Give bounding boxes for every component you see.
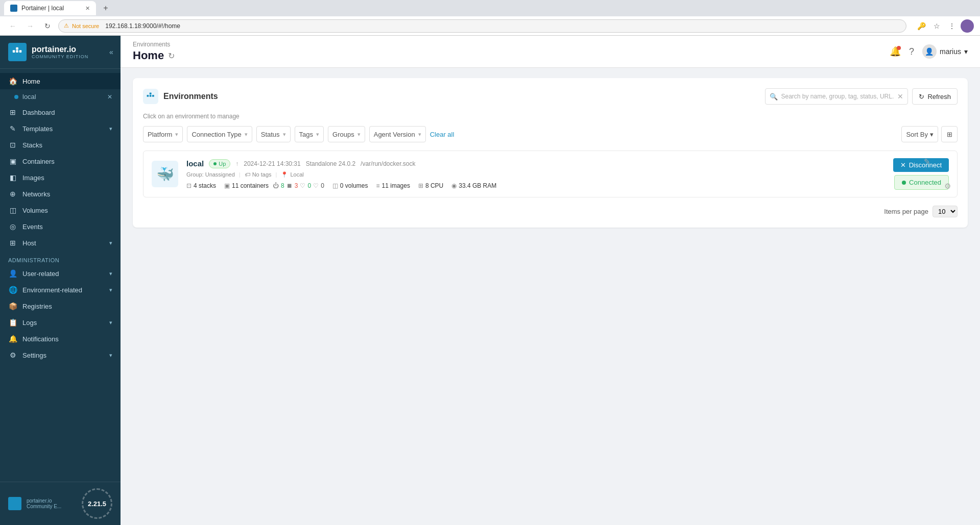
clear-all-btn[interactable]: Clear all — [430, 131, 455, 138]
sidebar-logo-sub: Community Edition — [32, 54, 88, 59]
search-box: 🔍 ✕ — [765, 88, 908, 105]
admin-section-label: Administration — [0, 251, 121, 265]
disconnect-icon: ✕ — [900, 161, 906, 169]
sidebar-item-host[interactable]: ⊞ Host ▾ — [0, 235, 121, 251]
env-group-label: Group: Unassigned — [186, 171, 235, 178]
items-per-page-select[interactable]: 10 25 50 — [933, 206, 958, 217]
sidebar-item-user-related[interactable]: 👤 User-related ▾ — [0, 265, 121, 282]
stopped-count: 3 — [295, 182, 298, 189]
containers-stat-val: 11 containers — [232, 182, 269, 189]
sidebar-collapse-btn[interactable]: « — [106, 47, 116, 57]
refresh-btn[interactable]: ↻ Refresh — [912, 88, 958, 105]
cpu-stat-icon: ⊞ — [418, 182, 423, 189]
env-status-badge: Up — [209, 159, 230, 168]
sidebar-item-label-events: Events — [22, 223, 112, 231]
main-content: Environments Home ↻ 🔔 ? 👤 marius ▾ — [121, 36, 980, 525]
stat-containers: ▣ 11 containers ⏻ 8 ⏹ 3 ♡ 0 ♡ 0 — [224, 182, 324, 189]
reload-btn[interactable]: ↻ — [41, 19, 54, 33]
forward-btn[interactable]: → — [23, 19, 37, 33]
sidebar-item-templates[interactable]: ✎ Templates ▾ — [0, 120, 121, 137]
sidebar-item-registries[interactable]: 📦 Registries — [0, 298, 121, 314]
refresh-btn-icon: ↻ — [919, 93, 924, 101]
sidebar-item-label-host: Host — [22, 239, 104, 247]
sort-by-btn[interactable]: Sort By ▾ — [901, 126, 938, 142]
env-dot — [14, 95, 18, 99]
env-logo: 🐳 — [152, 161, 178, 187]
env-row[interactable]: 🐳 local Up ↑ 2024-12-21 14:30:31 Standal… — [143, 151, 958, 197]
env-local-tag: 📍 Local — [281, 171, 303, 178]
env-timestamp: 2024-12-21 14:30:31 — [244, 160, 300, 167]
key-icon-btn[interactable]: 🔑 — [915, 19, 928, 33]
browser-profile-btn[interactable] — [961, 19, 974, 33]
tab-close-btn[interactable]: ✕ — [85, 5, 90, 12]
agent-version-chevron: ▾ — [418, 131, 421, 138]
notifications-bell-btn[interactable]: 🔔 — [890, 46, 901, 57]
sidebar-item-events[interactable]: ◎ Events — [0, 218, 121, 235]
menu-btn[interactable]: ⋮ — [945, 19, 959, 33]
sidebar-env-local[interactable]: local ✕ — [0, 89, 121, 104]
sidebar-item-containers[interactable]: ▣ Containers — [0, 153, 121, 169]
env-stats-row: ⊡ 4 stacks ▣ 11 containers ⏻ 8 ⏹ 3 ♡ — [186, 182, 885, 189]
sidebar-item-label-notifications: Notifications — [22, 335, 112, 343]
back-btn[interactable]: ← — [6, 19, 19, 33]
sidebar-header: portainer.io Community Edition « — [0, 36, 121, 69]
disconnect-btn[interactable]: ✕ Disconnect — [893, 158, 949, 172]
browser-tab[interactable]: Portainer | local ✕ — [4, 1, 96, 15]
main-body: Environments 🔍 ✕ ↻ Refresh — [121, 68, 980, 238]
env-edit-btn[interactable]: ✎ — [924, 157, 930, 166]
sidebar-item-images[interactable]: ◧ Images — [0, 169, 121, 186]
page-refresh-icon[interactable]: ↻ — [168, 51, 175, 61]
security-icon: ⚠ — [64, 22, 69, 29]
sidebar-item-label-containers: Containers — [22, 158, 112, 165]
sidebar-item-label-user-related: User-related — [22, 270, 104, 278]
env-settings-btn[interactable]: ⚙ — [944, 182, 951, 191]
search-clear-btn[interactable]: ✕ — [897, 92, 903, 101]
sidebar-item-label-logs: Logs — [22, 319, 104, 327]
bookmark-btn[interactable]: ☆ — [930, 19, 943, 33]
sidebar-item-home[interactable]: 🏠 Home — [0, 73, 121, 89]
url-text: 192.168.1.18:9000/#!/home — [105, 22, 180, 30]
sidebar-nav: 🏠 Home local ✕ ⊞ Dashboard ✎ Templates ▾… — [0, 69, 121, 482]
sidebar-item-networks[interactable]: ⊕ Networks — [0, 186, 121, 202]
sidebar-item-settings[interactable]: ⚙ Settings ▾ — [0, 347, 121, 363]
search-input[interactable] — [781, 93, 894, 100]
tags-filter[interactable]: Tags ▾ — [295, 126, 324, 142]
env-related-arrow: ▾ — [109, 287, 112, 293]
not-secure-label: Not secure — [72, 23, 99, 29]
running-count: 8 — [281, 182, 284, 189]
sidebar-item-volumes[interactable]: ◫ Volumes — [0, 202, 121, 218]
host-arrow: ▾ — [109, 240, 112, 246]
sidebar-env-close[interactable]: ✕ — [107, 93, 112, 101]
sidebar-item-notifications[interactable]: 🔔 Notifications — [0, 331, 121, 347]
platform-filter[interactable]: Platform ▾ — [143, 126, 183, 142]
groups-filter[interactable]: Groups ▾ — [328, 126, 365, 142]
user-menu-btn[interactable]: 👤 marius ▾ — [922, 44, 968, 59]
new-tab-btn[interactable]: + — [99, 2, 112, 15]
pagination-row: Items per page 10 25 50 — [143, 206, 958, 217]
sidebar-item-dashboard[interactable]: ⊞ Dashboard — [0, 104, 121, 120]
environments-header: Environments 🔍 ✕ ↻ Refresh — [143, 88, 958, 105]
env-name-row: local Up ↑ 2024-12-21 14:30:31 Standalon… — [186, 159, 885, 168]
env-name: local — [186, 159, 204, 168]
sidebar-item-environment-related[interactable]: 🌐 Environment-related ▾ — [0, 282, 121, 298]
agent-version-filter[interactable]: Agent Version ▾ — [369, 126, 426, 142]
images-stat-val: 11 images — [382, 182, 410, 189]
env-no-tags: 🏷 No tags — [245, 171, 272, 178]
env-tags-row: Group: Unassigned | 🏷 No tags | 📍 Local — [186, 171, 885, 178]
address-bar[interactable]: ⚠ Not secure 192.168.1.18:9000/#!/home — [58, 19, 906, 33]
sidebar-item-logs[interactable]: 📋 Logs ▾ — [0, 314, 121, 331]
networks-icon: ⊕ — [8, 190, 17, 198]
healthy-icon: ♡ — [300, 182, 305, 189]
help-btn[interactable]: ? — [909, 46, 914, 57]
sidebar-item-label-environment-related: Environment-related — [22, 286, 104, 294]
stat-volumes: ◫ 0 volumes — [332, 182, 368, 189]
sort-order-btn[interactable]: ⊞ — [941, 126, 958, 142]
host-icon: ⊞ — [8, 239, 17, 247]
stat-images: ≡ 11 images — [376, 182, 410, 189]
sidebar-item-stacks[interactable]: ⊡ Stacks — [0, 137, 121, 153]
tags-chevron: ▾ — [316, 131, 319, 138]
connection-type-filter[interactable]: Connection Type ▾ — [187, 126, 252, 142]
svg-rect-6 — [150, 93, 152, 95]
tag-icon: 🏷 — [245, 171, 250, 178]
status-filter[interactable]: Status ▾ — [256, 126, 291, 142]
